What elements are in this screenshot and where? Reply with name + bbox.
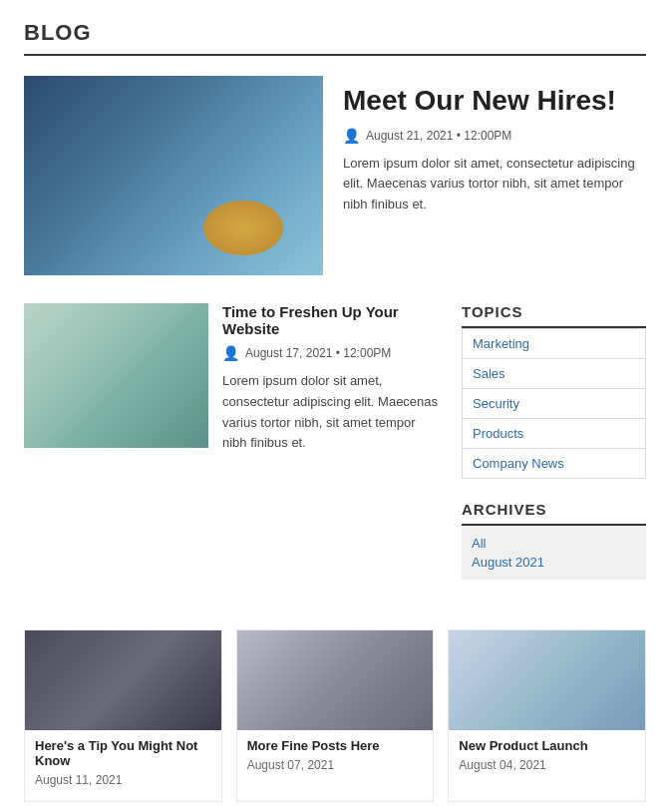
- topics-item-products[interactable]: Products: [463, 419, 645, 449]
- main-content: Time to Freshen Up Your Website 👤 August…: [24, 303, 442, 602]
- main-with-sidebar: Time to Freshen Up Your Website 👤 August…: [24, 303, 646, 602]
- card-1[interactable]: Here's a Tip You Might Not Know August 1…: [24, 629, 222, 802]
- topics-link-products[interactable]: Products: [463, 419, 645, 448]
- topics-list: Marketing Sales Security Products Compan…: [462, 328, 646, 479]
- secondary-post-image: [24, 303, 208, 448]
- topics-item-marketing[interactable]: Marketing: [463, 329, 645, 359]
- archives-section: ARCHIVES All August 2021: [462, 501, 646, 580]
- secondary-post: Time to Freshen Up Your Website 👤 August…: [24, 303, 442, 454]
- topics-item-sales[interactable]: Sales: [463, 359, 645, 389]
- archives-heading: ARCHIVES: [462, 501, 646, 526]
- card-1-image: [25, 630, 221, 730]
- card-2-date: August 07, 2021: [247, 758, 424, 772]
- card-1-title: Here's a Tip You Might Not Know: [35, 738, 211, 768]
- featured-post-date: August 21, 2021 • 12:00PM: [366, 129, 511, 143]
- card-2-title: More Fine Posts Here: [247, 738, 424, 753]
- card-3-title: New Product Launch: [459, 738, 635, 753]
- topics-link-security[interactable]: Security: [463, 389, 645, 418]
- topics-item-security[interactable]: Security: [463, 389, 645, 419]
- card-grid: Here's a Tip You Might Not Know August 1…: [24, 629, 646, 802]
- card-1-body: Here's a Tip You Might Not Know August 1…: [25, 730, 221, 791]
- archives-link-august-2021[interactable]: August 2021: [472, 553, 636, 572]
- secondary-post-content: Time to Freshen Up Your Website 👤 August…: [222, 303, 442, 454]
- featured-post-image: [24, 76, 323, 275]
- secondary-post-excerpt: Lorem ipsum dolor sit amet, consectetur …: [222, 371, 442, 454]
- archives-item-all[interactable]: All: [472, 534, 636, 553]
- topics-link-marketing[interactable]: Marketing: [463, 329, 645, 358]
- card-2[interactable]: More Fine Posts Here August 07, 2021: [236, 629, 435, 802]
- person-icon: 👤: [343, 128, 360, 144]
- featured-post-meta: 👤 August 21, 2021 • 12:00PM: [343, 128, 646, 144]
- secondary-post-meta: 👤 August 17, 2021 • 12:00PM: [222, 345, 442, 361]
- card-2-body: More Fine Posts Here August 07, 2021: [237, 730, 434, 776]
- card-3-date: August 04, 2021: [459, 758, 635, 772]
- featured-post: Meet Our New Hires! 👤 August 21, 2021 • …: [24, 76, 646, 275]
- featured-post-excerpt: Lorem ipsum dolor sit amet, consectetur …: [343, 154, 646, 215]
- topics-heading: TOPICS: [462, 303, 646, 328]
- page-title: BLOG: [24, 20, 646, 56]
- card-2-image: [237, 630, 434, 730]
- secondary-post-date: August 17, 2021 • 12:00PM: [245, 346, 391, 360]
- card-3-body: New Product Launch August 04, 2021: [449, 730, 645, 776]
- archives-item-august-2021[interactable]: August 2021: [472, 553, 636, 572]
- featured-post-image-placeholder: [24, 76, 323, 275]
- person-icon-2: 👤: [222, 345, 239, 361]
- topics-link-sales[interactable]: Sales: [463, 359, 645, 388]
- card-1-image-placeholder: [25, 630, 221, 730]
- archives-link-all[interactable]: All: [472, 534, 636, 553]
- card-3-image-placeholder: [449, 630, 645, 730]
- topics-link-company-news[interactable]: Company News: [463, 449, 645, 478]
- topics-section: TOPICS Marketing Sales Security Products…: [462, 303, 646, 479]
- card-3[interactable]: New Product Launch August 04, 2021: [448, 629, 646, 802]
- sidebar: TOPICS Marketing Sales Security Products…: [462, 303, 646, 602]
- featured-post-content: Meet Our New Hires! 👤 August 21, 2021 • …: [343, 76, 646, 275]
- featured-post-title: Meet Our New Hires!: [343, 84, 646, 118]
- secondary-post-image-placeholder: [24, 303, 208, 448]
- card-3-image: [449, 630, 645, 730]
- card-2-image-placeholder: [237, 630, 434, 730]
- secondary-post-title: Time to Freshen Up Your Website: [222, 303, 442, 337]
- topics-item-company-news[interactable]: Company News: [463, 449, 645, 478]
- archives-list: All August 2021: [462, 526, 646, 580]
- card-1-date: August 11, 2021: [35, 773, 211, 787]
